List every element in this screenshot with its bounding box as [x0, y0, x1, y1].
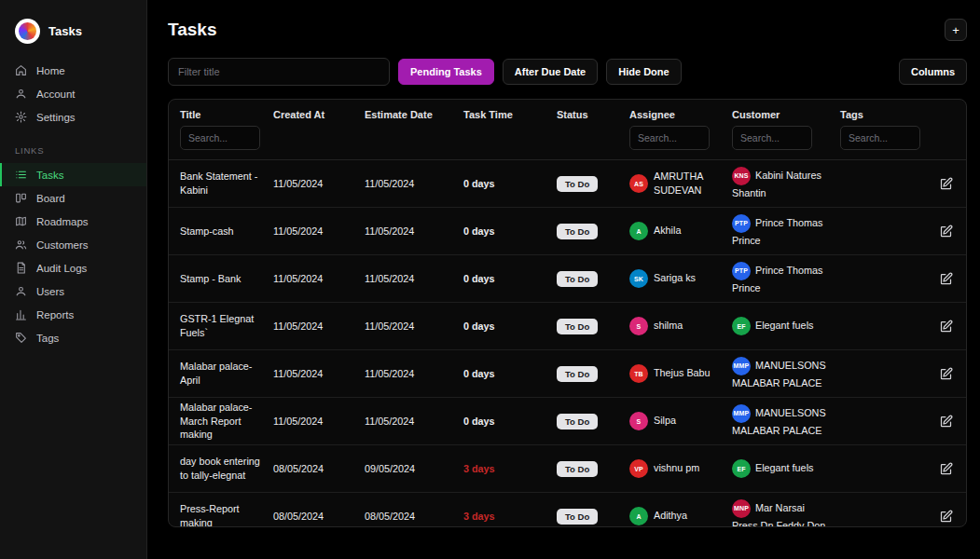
edit-icon[interactable]: [939, 415, 953, 429]
sidebar-item-label: Audit Logs: [36, 263, 87, 274]
search-input-tags[interactable]: [840, 126, 920, 150]
search-input-assignee[interactable]: [629, 126, 710, 150]
sidebar-nav: HomeAccountSettings: [0, 59, 146, 129]
add-task-button[interactable]: +: [945, 19, 967, 41]
task-created-at: 11/05/2024: [273, 273, 365, 284]
edit-icon[interactable]: [939, 177, 953, 191]
task-created-at: 11/05/2024: [273, 416, 365, 427]
edit-icon[interactable]: [939, 510, 953, 524]
table-row[interactable]: GSTR-1 Elegnat Fuels`11/05/202411/05/202…: [169, 303, 966, 350]
home-icon: [15, 64, 27, 76]
column-header-estimate-date[interactable]: Estimate Date: [365, 109, 463, 120]
links-section-label: LINKS: [0, 129, 146, 163]
columns-button[interactable]: Columns: [899, 59, 967, 85]
sidebar-item-users[interactable]: Users: [0, 280, 146, 303]
tasks-table: TitleCreated AtEstimate DateTask TimeSta…: [168, 99, 967, 527]
edit-icon[interactable]: [939, 367, 953, 381]
board-icon: [15, 192, 27, 204]
assignee-cell: SSilpa: [629, 412, 732, 430]
column-header-assignee[interactable]: Assignee: [629, 109, 732, 120]
assignee-avatar: VP: [629, 459, 648, 478]
table-row[interactable]: Malabar palace-April11/05/202411/05/2024…: [169, 350, 966, 398]
filter-title-input[interactable]: [168, 58, 390, 86]
table-row[interactable]: Stamp-cash11/05/202411/05/20240 daysTo D…: [169, 208, 966, 255]
assignee-name: Silpa: [654, 414, 676, 428]
sidebar-item-reports[interactable]: Reports: [0, 303, 146, 326]
search-input-title[interactable]: [180, 126, 260, 150]
sidebar-item-board[interactable]: Board: [0, 186, 146, 210]
assignee-avatar: SK: [629, 269, 648, 288]
task-title: day book entering to tally-elegnat: [169, 455, 273, 482]
table-row[interactable]: Malabar palace-March Report making11/05/…: [169, 398, 966, 445]
actions-cell: [931, 272, 966, 286]
column-header-status[interactable]: Status: [557, 109, 629, 120]
status-cell: To Do: [557, 176, 629, 192]
task-estimate-date: 09/05/2024: [365, 463, 463, 474]
table-row[interactable]: day book entering to tally-elegnat08/05/…: [169, 445, 966, 493]
sidebar-item-roadmaps[interactable]: Roadmaps: [0, 210, 146, 233]
sort-icon[interactable]: [679, 110, 689, 120]
edit-icon[interactable]: [939, 225, 953, 239]
search-input-customer[interactable]: [732, 126, 812, 150]
table-header: TitleCreated AtEstimate DateTask TimeSta…: [169, 100, 966, 160]
sidebar-item-account[interactable]: Account: [0, 82, 146, 105]
table-row[interactable]: Press-Report making08/05/202408/05/20243…: [169, 493, 966, 527]
task-time: 0 days: [463, 416, 557, 427]
pending-tasks-button[interactable]: Pending Tasks: [398, 59, 494, 85]
customer-avatar: MNP: [732, 499, 751, 518]
task-estimate-date: 11/05/2024: [365, 273, 463, 284]
sidebar-links: TasksBoardRoadmapsCustomersAudit LogsUse…: [0, 163, 146, 349]
assignee-name: Thejus Babu: [654, 366, 711, 380]
customer-cell: PTPPrince Thomas Prince: [732, 262, 840, 296]
sidebar-item-settings[interactable]: Settings: [0, 105, 146, 129]
column-header-task-time[interactable]: Task Time: [463, 109, 557, 120]
column-label: Estimate Date: [365, 109, 433, 120]
sidebar-item-customers[interactable]: Customers: [0, 233, 146, 256]
edit-icon[interactable]: [939, 462, 953, 476]
column-header-customer[interactable]: Customer: [732, 109, 840, 120]
tasks-icon: [15, 169, 27, 181]
status-cell: To Do: [557, 319, 629, 334]
status-badge: To Do: [557, 271, 598, 287]
column-header-title[interactable]: Title: [169, 109, 273, 120]
edit-icon[interactable]: [939, 272, 953, 286]
customer-avatar: PTP: [732, 262, 751, 280]
customer-cell: EFElegant fuels: [732, 317, 840, 335]
assignee-name: shilma: [654, 319, 683, 333]
assignee-avatar: S: [629, 412, 648, 430]
task-created-at: 11/05/2024: [273, 368, 365, 379]
sidebar-item-tasks[interactable]: Tasks: [0, 163, 146, 186]
task-created-at: 11/05/2024: [273, 320, 365, 332]
task-time: 0 days: [463, 320, 557, 332]
column-header-created-at[interactable]: Created At: [273, 109, 365, 120]
sidebar-item-label: Roadmaps: [36, 216, 89, 227]
task-time: 0 days: [463, 273, 557, 284]
sort-icon[interactable]: [592, 110, 602, 120]
table-row[interactable]: Stamp - Bank11/05/202411/05/20240 daysTo…: [169, 255, 966, 303]
after-due-date-button[interactable]: After Due Date: [503, 59, 598, 85]
sort-icon[interactable]: [436, 110, 447, 120]
filter-row: Pending Tasks After Due Date Hide Done C…: [168, 58, 967, 86]
status-badge: To Do: [557, 414, 598, 429]
sidebar-item-audit-logs[interactable]: Audit Logs: [0, 256, 146, 280]
logo-row: Tasks: [0, 13, 146, 59]
status-badge: To Do: [557, 319, 598, 334]
customer-cell: EFElegant fuels: [732, 459, 840, 478]
table-row[interactable]: Bank Statement - Kabini11/05/202411/05/2…: [169, 160, 966, 208]
sort-icon[interactable]: [867, 110, 877, 120]
assignee-name: Sariga ks: [654, 271, 696, 285]
sort-icon[interactable]: [783, 110, 794, 120]
hide-done-button[interactable]: Hide Done: [606, 59, 681, 85]
assignee-cell: AAkhila: [629, 222, 732, 240]
task-title: Malabar palace-April: [169, 360, 273, 387]
customer-avatar: EF: [732, 317, 751, 335]
edit-icon[interactable]: [939, 320, 953, 334]
sidebar-item-tags[interactable]: Tags: [0, 326, 146, 349]
actions-cell: [931, 177, 966, 191]
sidebar-item-home[interactable]: Home: [0, 59, 146, 82]
sort-icon[interactable]: [328, 110, 338, 120]
column-label: Created At: [273, 109, 324, 120]
column-header-tags[interactable]: Tags: [840, 109, 931, 120]
sort-icon[interactable]: [204, 110, 214, 120]
task-estimate-date: 11/05/2024: [365, 225, 463, 237]
